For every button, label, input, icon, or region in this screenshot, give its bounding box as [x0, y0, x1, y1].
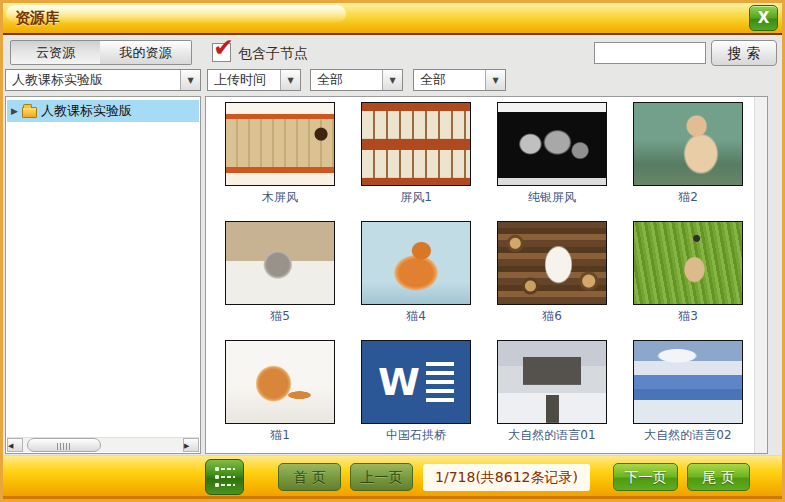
category-dropdown-value: 人教课标实验版: [6, 71, 103, 89]
content-panel: 木屏风 屏风1 纯银屏风 猫2 猫5 猫4: [205, 96, 768, 454]
tab-cloud-resources[interactable]: 云资源: [10, 40, 101, 65]
grid-item-2[interactable]: 纯银屏风: [484, 99, 620, 218]
chevron-down-icon: ▼: [280, 70, 300, 90]
sort-dropdown[interactable]: 上传时间 ▼: [207, 69, 301, 91]
grid-item-6[interactable]: 猫6: [484, 218, 620, 337]
thumbnail-image: [497, 340, 607, 424]
first-page-button[interactable]: 首 页: [278, 463, 341, 491]
thumbnail-caption: 猫6: [542, 308, 562, 325]
thumbnail-caption: 中国石拱桥: [386, 427, 446, 444]
thumbnail-caption: 猫3: [678, 308, 698, 325]
search-input[interactable]: [594, 42, 706, 64]
tree-horizontal-scrollbar[interactable]: ◀ ▶: [7, 437, 199, 452]
tree-item-label: 人教课标实验版: [41, 102, 132, 120]
scrollbar-thumb[interactable]: [27, 438, 101, 452]
scroll-left-icon[interactable]: ◀: [7, 438, 23, 452]
thumbnail-image: [361, 102, 471, 186]
folder-icon: [22, 107, 37, 118]
type-dropdown-2[interactable]: 全部 ▼: [413, 69, 506, 91]
tab-my-resources[interactable]: 我的资源: [100, 40, 192, 65]
list-icon: [215, 467, 235, 487]
page-title: 资源库: [15, 9, 60, 28]
search-button[interactable]: 搜 索: [711, 40, 777, 66]
chevron-down-icon: ▼: [180, 70, 200, 90]
thumbnail-caption: 屏风1: [400, 189, 432, 206]
grid-item-11[interactable]: 大自然的语言02: [620, 337, 756, 456]
grid-item-10[interactable]: 大自然的语言01: [484, 337, 620, 456]
thumbnail-image: [225, 340, 335, 424]
grid-item-1[interactable]: 屏风1: [348, 99, 484, 218]
close-button[interactable]: X: [749, 5, 778, 31]
thumbnail-image: [497, 221, 607, 305]
next-page-button[interactable]: 下一页: [613, 463, 678, 491]
category-dropdown[interactable]: 人教课标实验版 ▼: [5, 69, 201, 91]
close-icon: X: [758, 9, 770, 27]
thumbnail-image: [361, 221, 471, 305]
grid-item-4[interactable]: 猫5: [212, 218, 348, 337]
word-w-glyph: W: [378, 363, 420, 401]
thumbnail-caption: 纯银屏风: [528, 189, 576, 206]
thumbnail-image: [633, 221, 743, 305]
grid-item-7[interactable]: 猫3: [620, 218, 756, 337]
expand-arrow-icon[interactable]: ▶: [11, 106, 18, 116]
scrollbar-grip: [57, 443, 71, 450]
grid-item-5[interactable]: 猫4: [348, 218, 484, 337]
thumbnail-caption: 猫1: [270, 427, 290, 444]
thumbnail-caption: 猫5: [270, 308, 290, 325]
thumbnail-caption: 木屏风: [262, 189, 298, 206]
sort-dropdown-value: 上传时间: [208, 71, 266, 89]
type-dropdown-2-value: 全部: [414, 71, 446, 89]
word-doc-lines: [426, 362, 454, 402]
type-dropdown-1[interactable]: 全部 ▼: [310, 69, 403, 91]
thumbnail-caption: 大自然的语言02: [644, 427, 731, 444]
scroll-right-icon[interactable]: ▶: [183, 438, 199, 452]
tree-item-root[interactable]: ▶ 人教课标实验版: [7, 100, 199, 122]
pager-bar: 首 页 上一页 1/718(共8612条记录) 下一页 尾 页: [3, 455, 782, 499]
checkmark-icon: ✔: [213, 33, 234, 62]
list-view-button[interactable]: [205, 459, 244, 495]
resource-library-window: 资源库 X 云资源 我的资源 ✔ 包含子节点 搜 索 人教课标实验版 ▼ 上传时…: [0, 0, 785, 502]
tree-panel: ▶ 人教课标实验版 ◀ ▶: [5, 96, 201, 454]
title-bar: 资源库 X: [3, 3, 782, 35]
thumbnail-image: [497, 102, 607, 186]
include-children-label: 包含子节点: [238, 45, 308, 63]
content-vertical-scrollbar[interactable]: [754, 97, 767, 453]
grid-item-8[interactable]: 猫1: [212, 337, 348, 456]
grid-item-0[interactable]: 木屏风: [212, 99, 348, 218]
page-info: 1/718(共8612条记录): [423, 464, 590, 491]
grid-item-3[interactable]: 猫2: [620, 99, 756, 218]
chevron-down-icon: ▼: [382, 70, 402, 90]
scrollbar-track[interactable]: [23, 438, 183, 452]
prev-page-button[interactable]: 上一页: [350, 463, 413, 491]
thumbnail-image: [225, 221, 335, 305]
chevron-down-icon: ▼: [485, 70, 505, 90]
last-page-button[interactable]: 尾 页: [687, 463, 750, 491]
thumbnail-image: [225, 102, 335, 186]
thumbnail-image: [633, 340, 743, 424]
word-document-icon: W: [361, 340, 471, 424]
grid-item-9[interactable]: W 中国石拱桥: [348, 337, 484, 456]
thumbnail-caption: 猫2: [678, 189, 698, 206]
type-dropdown-1-value: 全部: [311, 71, 343, 89]
thumbnail-grid: 木屏风 屏风1 纯银屏风 猫2 猫5 猫4: [212, 99, 756, 456]
thumbnail-caption: 大自然的语言01: [508, 427, 595, 444]
thumbnail-image: [633, 102, 743, 186]
thumbnail-caption: 猫4: [406, 308, 426, 325]
